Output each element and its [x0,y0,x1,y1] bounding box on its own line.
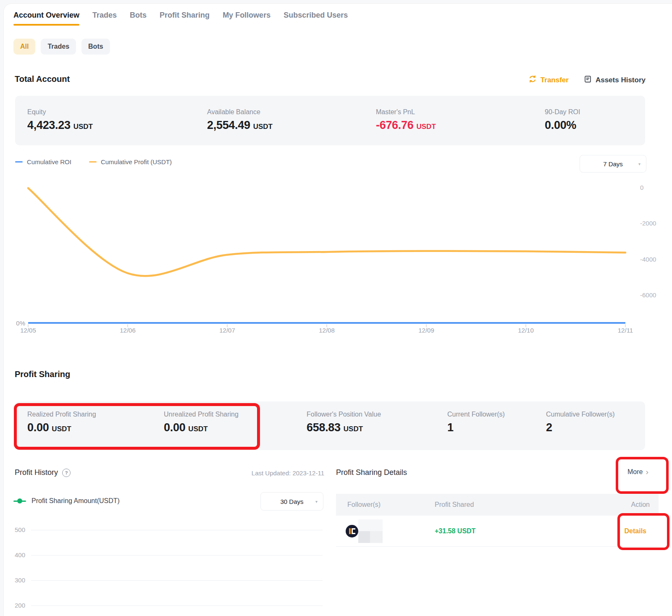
profit-amount-legend-label: Profit Sharing Amount(USDT) [32,497,120,505]
stat-followers-position-value: Follower's Position Value 658.83USDT [307,411,381,434]
chart-range-select[interactable]: 7 Days ▾ [580,155,646,173]
transfer-icon [528,75,537,85]
top-tab-bar: Account Overview Trades Bots Profit Shar… [13,11,348,26]
assets-history-button[interactable]: Assets History [584,75,646,85]
stat-available-balance: Available Balance 2,554.49USDT [207,108,273,132]
legend-cumulative-roi[interactable]: Cumulative ROI [15,158,71,165]
stat-90day-roi: 90-Day ROI 0.00% [545,108,580,132]
stat-equity: Equity 4,423.23USDT [27,108,93,132]
col-action: Action [608,501,659,509]
caret-down-icon: ▾ [315,499,318,504]
col-profit-shared: Profit Shared [435,501,608,509]
chevron-right-icon: › [646,469,648,475]
profit-sharing-title: Profit Sharing [15,370,70,379]
last-updated-text: Last Updated: 2023-12-11 [198,469,324,477]
follower-cell [347,519,435,544]
total-account-stats-card: Equity 4,423.23USDT Available Balance 2,… [15,96,645,145]
tab-bots[interactable]: Bots [130,11,147,26]
tab-trades[interactable]: Trades [92,11,117,26]
assets-history-label: Assets History [596,76,646,84]
profit-shared-value: +31.58 USDT [435,527,608,535]
more-button[interactable]: More › [627,468,648,476]
profit-legend-swatch [89,161,97,163]
roi-legend-swatch [15,161,23,163]
filter-pills: All Trades Bots [13,39,110,55]
total-account-actions: Transfer Assets History [528,75,646,85]
profit-sharing-stats-card: Realized Profit Sharing 0.00USDT Unreali… [15,401,645,450]
assets-history-icon [584,75,592,85]
filter-trades[interactable]: Trades [41,39,76,55]
transfer-label: Transfer [541,76,569,84]
stat-realized-profit-sharing: Realized Profit Sharing 0.00USDT [27,411,96,434]
stat-current-followers: Current Follower(s) 1 [447,411,505,434]
transfer-button[interactable]: Transfer [528,75,569,85]
details-table-row: +31.58 USDT Details [336,516,659,547]
tab-profit-sharing[interactable]: Profit Sharing [160,11,210,26]
col-followers: Follower(s) [347,501,435,509]
legend-cumulative-profit[interactable]: Cumulative Profit (USDT) [89,158,172,165]
main-chart-legend: Cumulative ROI Cumulative Profit (USDT) [15,158,172,165]
follower-avatar [346,525,358,537]
profit-sharing-details-title: Profit Sharing Details [336,468,407,477]
tab-account-overview[interactable]: Account Overview [13,11,79,26]
profit-history-header: Profit History ? [15,468,71,477]
account-performance-chart [0,176,672,343]
details-button[interactable]: Details [608,527,659,535]
profit-history-legend[interactable]: Profit Sharing Amount(USDT) [13,497,120,505]
redacted-follower-name [358,519,383,543]
filter-all[interactable]: All [13,39,35,55]
profit-amount-legend-marker [13,498,26,503]
cumulative-profit-line [28,188,625,276]
total-account-title: Total Account [15,74,70,84]
stat-unrealized-profit-sharing: Unrealized Profit Sharing 0.00USDT [164,411,239,434]
filter-bots[interactable]: Bots [81,39,110,55]
tab-my-followers[interactable]: My Followers [223,11,270,26]
profit-history-title: Profit History [15,468,58,477]
tab-subscribed-users[interactable]: Subscribed Users [284,11,348,26]
stat-cumulative-followers: Cumulative Follower(s) 2 [546,411,615,434]
stat-masters-pnl: Master's PnL -676.76USDT [376,108,436,132]
help-icon[interactable]: ? [62,469,71,477]
caret-down-icon: ▾ [638,162,640,166]
profit-history-range-select[interactable]: 30 Days ▾ [260,492,323,511]
copy-trading-account-page: Account Overview Trades Bots Profit Shar… [0,0,672,616]
details-table-header: Follower(s) Profit Shared Action [336,494,659,516]
